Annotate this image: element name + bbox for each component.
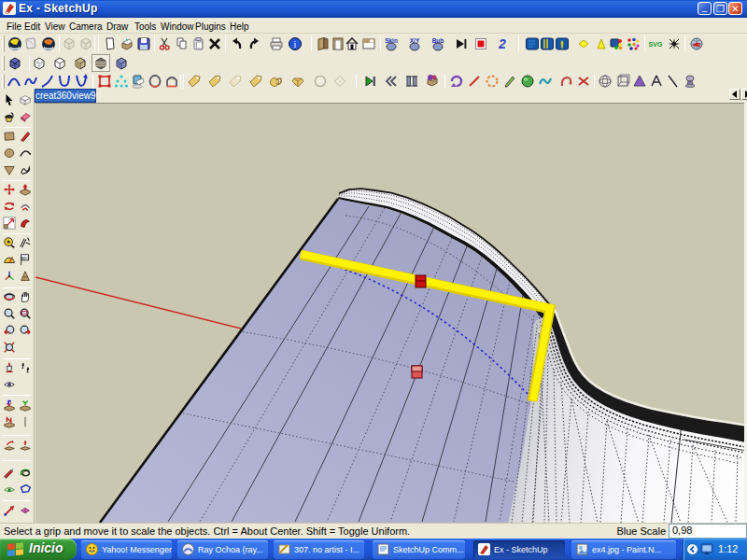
svg-text:ABC: ABC — [21, 256, 29, 260]
svg-text:2: 2 — [498, 36, 506, 51]
svg-text:i: i — [294, 39, 297, 49]
svg-text:SVG: SVG — [649, 41, 663, 48]
